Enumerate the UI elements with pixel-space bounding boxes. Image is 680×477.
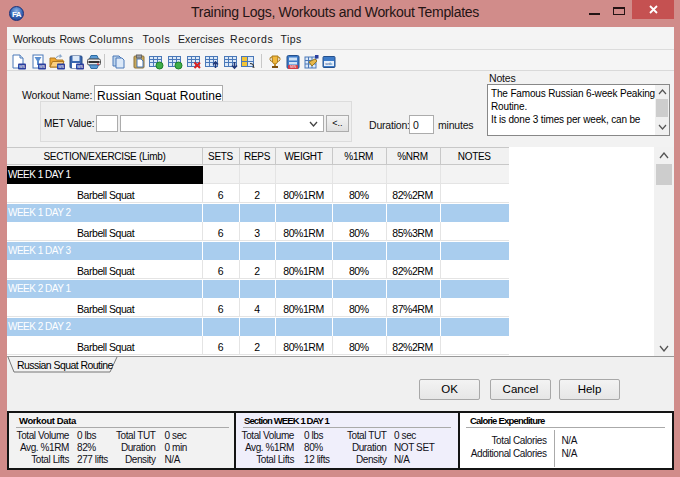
- svg-text:MIN: MIN: [289, 65, 296, 69]
- svg-text:ws: ws: [58, 63, 65, 69]
- svg-text:ws: ws: [77, 63, 84, 69]
- svg-text:wdc: wdc: [325, 61, 332, 66]
- svg-text:ws: ws: [38, 63, 45, 69]
- svg-text:ws: ws: [19, 63, 26, 69]
